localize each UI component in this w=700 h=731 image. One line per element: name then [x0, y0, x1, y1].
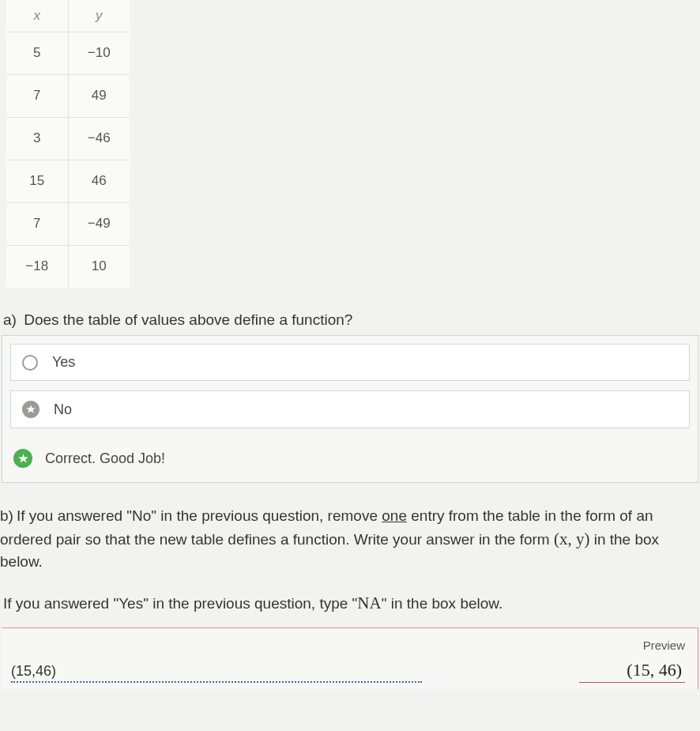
xy-table: x y 5−10 749 3−46 1546 7−49 −1810	[6, 0, 130, 288]
table-row: 749	[6, 74, 130, 117]
cell-x: −18	[6, 245, 68, 288]
correct-star-icon	[13, 449, 32, 468]
intermediate-instruction: If you answered "Yes" in the previous qu…	[0, 593, 700, 613]
cell-y: −49	[68, 202, 130, 245]
option-yes-label: Yes	[52, 354, 75, 371]
cell-x: 7	[6, 202, 68, 245]
option-no-label: No	[54, 401, 72, 418]
intermediate-text2: " in the box below.	[382, 595, 503, 612]
cell-y: 10	[68, 245, 130, 288]
cell-y: 46	[68, 160, 130, 202]
table-row: 3−46	[6, 117, 130, 160]
feedback-text: Correct. Good Job!	[45, 450, 165, 467]
option-yes[interactable]: Yes	[10, 344, 690, 381]
col-y-header: y	[68, 0, 130, 32]
options-box: Yes No Correct. Good Job!	[2, 335, 698, 483]
question-a-text: Does the table of values above define a …	[24, 311, 352, 328]
cell-y: 49	[68, 74, 130, 117]
radio-unselected-icon	[22, 355, 38, 371]
question-b-text1: If you answered "No" in the previous que…	[17, 507, 382, 524]
question-b-part: b)	[0, 507, 13, 524]
table-header-row: x y	[6, 0, 130, 32]
table-row: 5−10	[6, 32, 130, 74]
xy-pair: (x, y)	[554, 529, 590, 548]
cell-x: 3	[6, 117, 68, 160]
cell-x: 15	[6, 160, 68, 202]
cell-x: 5	[6, 32, 68, 74]
preview-label: Preview	[643, 639, 685, 652]
feedback-row: Correct. Good Job!	[10, 438, 690, 482]
table-row: 1546	[6, 160, 130, 202]
na-text: NA	[357, 593, 381, 612]
question-b-underlined: one	[382, 507, 407, 524]
answer-input[interactable]	[11, 661, 422, 683]
answer-box: Preview (15, 46)	[2, 627, 698, 689]
radio-selected-star-icon	[22, 401, 40, 418]
question-a-part: a)	[3, 311, 17, 328]
cell-y: −46	[68, 117, 130, 160]
option-no[interactable]: No	[10, 390, 690, 428]
col-x-header: x	[6, 0, 68, 32]
preview-area: Preview (15, 46)	[579, 639, 685, 683]
intermediate-text1: If you answered "Yes" in the previous qu…	[3, 595, 357, 612]
table-row: 7−49	[6, 202, 130, 245]
preview-value: (15, 46)	[579, 660, 685, 683]
question-a: a) Does the table of values above define…	[0, 311, 700, 329]
cell-y: −10	[68, 32, 130, 74]
table-row: −1810	[6, 245, 130, 288]
question-b: b)If you answered "No" in the previous q…	[0, 505, 700, 573]
cell-x: 7	[6, 74, 68, 117]
